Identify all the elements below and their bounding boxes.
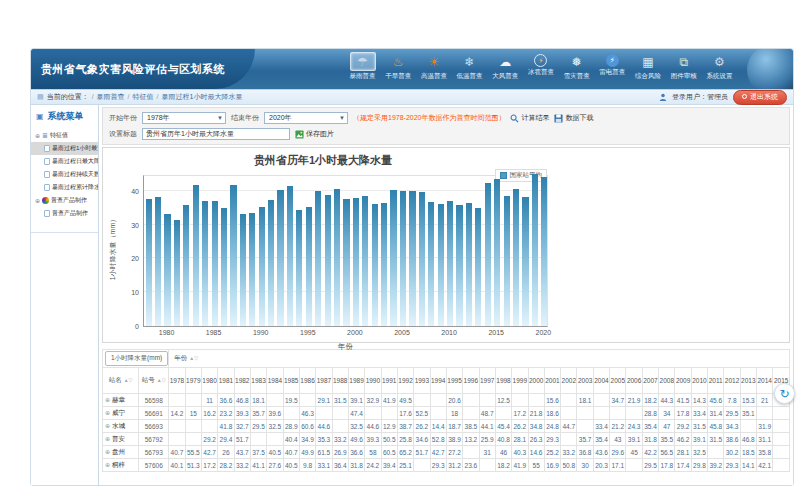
year-column-header: 1987: [316, 368, 332, 394]
y-tick-label: 20: [122, 255, 139, 262]
year-value-cell: 29.2: [675, 420, 691, 433]
bar-2001: [362, 196, 368, 326]
product-icon: [42, 197, 49, 204]
station-name: 水城: [112, 422, 125, 429]
row-expander-icon[interactable]: ⊕: [105, 449, 110, 455]
row-expander-icon[interactable]: ⊕: [105, 397, 110, 403]
sidebar-item[interactable]: 普查产品制作: [31, 207, 98, 220]
refresh-float-button[interactable]: ↻: [774, 383, 795, 404]
save-image-button[interactable]: 保存图片: [295, 129, 334, 139]
year-value-cell: 40.7: [169, 446, 185, 459]
year-value-cell: [463, 407, 479, 420]
bar-2009: [438, 204, 444, 326]
year-value-cell: 41.8: [218, 420, 234, 433]
chart-title-input[interactable]: [142, 128, 290, 140]
sidebar-tree: ⊕≣特征值暴雨过程1小时最大降水量暴雨过程日最大降水量暴雨过程持续天数暴雨过程累…: [31, 129, 98, 220]
rainstorm-icon: ☂: [350, 52, 376, 71]
station-name: 桐梓: [112, 461, 125, 468]
sidebar-item[interactable]: 暴雨过程日最大降水量: [31, 155, 98, 168]
year-value-cell: 43.6: [593, 446, 609, 459]
bar-2015: [494, 179, 500, 326]
year-value-cell: 58: [365, 446, 381, 459]
sidebar-group-特征值[interactable]: ⊕≣特征值: [31, 129, 98, 142]
year-value-cell: [773, 446, 790, 459]
bar-1985: [212, 201, 218, 326]
year-value-cell: 48.7: [479, 407, 495, 420]
year-value-cell: 26.3: [528, 433, 544, 446]
heat-icon: ☀: [421, 52, 447, 71]
lightning-icon: ⚡: [606, 54, 619, 67]
year-value-cell: [773, 420, 790, 433]
year-column-header: 1997: [479, 368, 495, 394]
year-value-cell: 24.3: [626, 420, 642, 433]
data-download-button[interactable]: 数据下载: [554, 113, 593, 123]
breadcrumb-link[interactable]: 暴雨普查: [97, 93, 125, 100]
nav-item-wind[interactable]: ☁大风普查: [488, 52, 523, 81]
sidebar-divider: [31, 232, 98, 233]
year-value-cell: 38.5: [463, 420, 479, 433]
station-name-header[interactable]: 站名▲▽: [103, 368, 139, 394]
nav-item-label: 低温普查: [452, 72, 487, 81]
sort-icons[interactable]: ▲▽: [157, 377, 166, 383]
year-column-header: 1983: [250, 368, 266, 394]
station-id-header[interactable]: 站号▲▽: [139, 368, 169, 394]
station-name: 普安: [112, 435, 125, 442]
calc-result-button[interactable]: 计算结果: [510, 113, 549, 123]
expander-icon[interactable]: ⊕: [35, 132, 40, 139]
nav-item-label: 暴雨普查: [345, 72, 380, 81]
year-column-header: 1980: [201, 368, 217, 394]
year-value-cell: 51.7: [234, 433, 250, 446]
year-value-cell: 52.8: [430, 433, 446, 446]
year-group-header[interactable]: 年份▲▽: [169, 350, 790, 368]
year-value-cell: [773, 459, 790, 472]
year-value-cell: [250, 433, 266, 446]
end-year-select[interactable]: 2020年▼: [264, 112, 348, 124]
nav-item-hail[interactable]: ⚡冰雹普查: [523, 52, 558, 81]
bar-1988: [240, 214, 246, 326]
sort-icons[interactable]: ▲▽: [124, 377, 133, 383]
row-expander-icon[interactable]: ⊕: [105, 436, 110, 442]
station-id-cell: 56693: [139, 420, 169, 433]
expander-icon[interactable]: ⊕: [35, 197, 40, 204]
row-expander-icon[interactable]: ⊕: [105, 410, 110, 416]
year-value-cell: 31.5: [691, 420, 707, 433]
breadcrumb-link[interactable]: 暴雨过程1小时最大降水量: [161, 93, 242, 100]
nav-item-snow[interactable]: ❅雪灾普查: [559, 52, 594, 81]
row-expander-icon[interactable]: ⊕: [105, 462, 110, 468]
year-value-cell: 43.7: [234, 446, 250, 459]
year-value-cell: 35.7: [250, 407, 266, 420]
year-value-cell: [267, 394, 283, 407]
chart-title: 贵州省历年1小时最大降水量: [103, 153, 543, 168]
nav-item-lightning[interactable]: ⚡雷电普查: [595, 52, 630, 81]
breadcrumb-link[interactable]: 特征值: [133, 93, 154, 100]
row-expander-icon[interactable]: ⊕: [105, 423, 110, 429]
nav-item-heat[interactable]: ☀高温普查: [416, 52, 451, 81]
year-value-cell: [365, 407, 381, 420]
year-value-cell: 32.5: [348, 420, 364, 433]
year-value-cell: [185, 394, 201, 407]
sidebar-item[interactable]: 暴雨过程1小时最大降水量: [31, 142, 98, 155]
wind-icon: ☁: [492, 52, 518, 71]
sidebar-item-label: 暴雨过程累计降水量: [52, 183, 98, 192]
bar-1989: [249, 213, 255, 326]
year-value-cell: 36.4: [332, 459, 348, 472]
year-value-cell: 34: [659, 407, 675, 420]
sidebar-group-普查产品制作[interactable]: ⊕普查产品制作: [31, 194, 98, 207]
sidebar-item[interactable]: 暴雨过程累计降水量: [31, 181, 98, 194]
nav-item-cold[interactable]: ❄低温普查: [452, 52, 487, 81]
bar-1983: [193, 185, 199, 326]
nav-item-map-review[interactable]: ⧉图件审核: [666, 52, 701, 81]
sidebar-item[interactable]: 暴雨过程持续天数: [31, 168, 98, 181]
start-year-select[interactable]: 1978年▼: [142, 112, 226, 124]
year-value-cell: 25.1: [397, 459, 413, 472]
year-value-cell: [169, 433, 185, 446]
year-value-cell: [316, 407, 332, 420]
logout-button[interactable]: 退出系统: [733, 90, 787, 105]
nav-item-composite-risk[interactable]: ▦综合风险: [631, 52, 666, 81]
nav-item-rainstorm[interactable]: ☂暴雨普查: [345, 52, 380, 81]
bar-2006: [409, 191, 415, 326]
y-tick-label: 40: [122, 188, 139, 195]
nav-item-drought[interactable]: ♨干旱普查: [381, 52, 416, 81]
sort-icons[interactable]: ▲▽: [189, 355, 198, 361]
nav-item-settings[interactable]: ⚙系统设置: [702, 52, 737, 81]
